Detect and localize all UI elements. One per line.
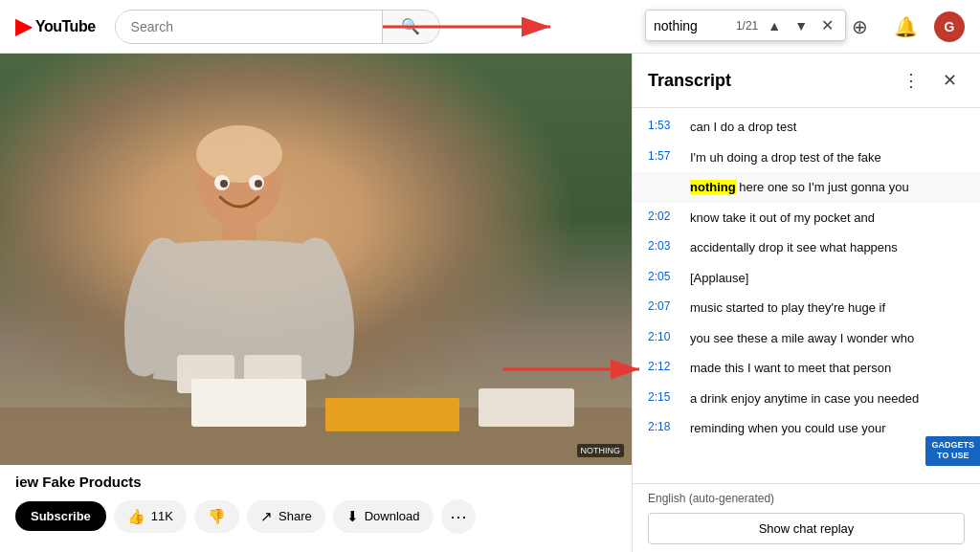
- search-bar: 🔍: [115, 10, 440, 44]
- transcript-text: can I do a drop test: [690, 118, 796, 137]
- transcript-text: music started to play they're huge if: [690, 298, 885, 318]
- transcript-more-button[interactable]: ⋮: [896, 65, 926, 96]
- transcript-item[interactable]: 2:15 a drink enjoy anytime in case you n…: [633, 384, 980, 414]
- find-prev-button[interactable]: ▲: [764, 16, 785, 35]
- gadgets-watermark: GADGETSTO USE: [925, 436, 980, 466]
- svg-rect-12: [191, 379, 306, 427]
- find-bar: 1/21 ▲ ▼ ✕: [645, 10, 846, 41]
- transcript-text: you see these a mile away I wonder who: [690, 329, 914, 348]
- download-button[interactable]: ⬇ Download: [333, 500, 434, 533]
- share-icon: ↗: [260, 508, 273, 525]
- transcript-item[interactable]: 1:57 I'm uh doing a drop test of the fak…: [633, 143, 980, 173]
- youtube-icon: ▶: [15, 14, 32, 39]
- transcript-time: 2:05: [648, 269, 679, 283]
- transcript-text: accidentally drop it see what happens: [690, 238, 898, 257]
- video-info-bar: iew Fake Products Subscribe 👍 11K 👎 ↗ Sh…: [0, 465, 632, 552]
- download-icon: ⬇: [346, 508, 359, 525]
- thumbs-up-icon: 👍: [127, 508, 145, 525]
- transcript-item[interactable]: 2:07 music started to play they're huge …: [633, 293, 980, 323]
- transcript-item[interactable]: 2:12 made this I want to meet that perso…: [633, 353, 980, 384]
- svg-point-3: [196, 125, 282, 183]
- find-next-button[interactable]: ▼: [791, 16, 812, 35]
- transcript-title: Transcript: [648, 71, 731, 91]
- transcript-time: 1:53: [648, 118, 679, 132]
- transcript-time: 2:12: [648, 359, 679, 373]
- share-label: Share: [278, 509, 312, 523]
- notifications-button[interactable]: 🔔: [888, 10, 923, 44]
- find-close-button[interactable]: ✕: [817, 14, 837, 36]
- transcript-item-highlighted[interactable]: nothing here one so I'm just gonna you: [633, 172, 980, 203]
- like-count: 11K: [151, 509, 173, 523]
- avatar[interactable]: G: [934, 11, 965, 42]
- transcript-item[interactable]: 2:02 know take it out of my pocket and: [633, 203, 980, 233]
- svg-point-9: [220, 180, 228, 188]
- transcript-footer: English (auto-generated) Show chat repla…: [633, 483, 980, 552]
- transcript-item[interactable]: 2:03 accidentally drop it see what happe…: [633, 232, 980, 263]
- transcript-time: 2:07: [648, 298, 679, 313]
- youtube-logo-text: YouTube: [35, 18, 96, 35]
- transcript-header-icons: ⋮ ✕: [896, 65, 965, 96]
- find-count: 1/21: [736, 19, 758, 33]
- transcript-text: know take it out of my pocket and: [690, 209, 875, 228]
- show-chat-replay-button[interactable]: Show chat replay: [648, 513, 965, 544]
- thumbs-down-icon: 👎: [208, 508, 226, 525]
- youtube-logo: ▶ YouTube: [15, 14, 96, 39]
- like-button[interactable]: 👍 11K: [114, 500, 187, 533]
- subscribe-button[interactable]: Subscribe: [15, 501, 106, 531]
- dislike-button[interactable]: 👎: [194, 500, 239, 533]
- search-input[interactable]: [116, 10, 382, 44]
- header: ▶ YouTube 🔍 1/21 ▲ ▼ ✕ ⊕ 🔔 G: [0, 0, 980, 54]
- find-input[interactable]: [654, 18, 730, 33]
- svg-rect-14: [479, 388, 574, 427]
- highlight-word: nothing: [690, 180, 736, 194]
- transcript-close-button[interactable]: ✕: [934, 65, 965, 96]
- download-label: Download: [365, 509, 420, 523]
- transcript-item[interactable]: 2:05 [Applause]: [633, 263, 980, 294]
- header-right: ⊕ 🔔 G: [842, 10, 965, 44]
- transcript-time: 2:03: [648, 238, 679, 253]
- transcript-item[interactable]: 1:53 can I do a drop test: [633, 112, 980, 143]
- video-section: NOTHING iew Fake Products Subscribe 👍 11…: [0, 54, 632, 552]
- transcript-panel: Transcript ⋮ ✕ 1:53 can I do a drop test…: [632, 54, 980, 552]
- transcript-time: 2:10: [648, 329, 679, 343]
- video-watermark: NOTHING: [577, 444, 625, 457]
- transcript-header: Transcript ⋮ ✕: [633, 54, 980, 108]
- transcript-text: I'm uh doing a drop test of the fake: [690, 148, 881, 167]
- video-player[interactable]: NOTHING: [0, 54, 632, 465]
- transcript-text: [Applause]: [690, 269, 748, 288]
- more-options-button[interactable]: ⋯: [441, 499, 476, 534]
- transcript-language: English (auto-generated): [648, 492, 774, 505]
- main-content: NOTHING iew Fake Products Subscribe 👍 11…: [0, 54, 980, 552]
- transcript-time: 1:57: [648, 148, 679, 163]
- video-actions: Subscribe 👍 11K 👎 ↗ Share ⬇ Download ⋯: [15, 499, 616, 534]
- transcript-text: a drink enjoy anytime in case you needed: [690, 389, 919, 408]
- transcript-time: 2:02: [648, 209, 679, 223]
- transcript-time: [648, 178, 679, 179]
- svg-rect-13: [325, 398, 459, 431]
- transcript-text: nothing here one so I'm just gonna you: [690, 178, 909, 197]
- transcript-text: reminding when you could use your: [690, 419, 886, 438]
- transcript-time: 2:15: [648, 389, 679, 404]
- transcript-text: made this I want to meet that person: [690, 359, 891, 378]
- search-button[interactable]: 🔍: [382, 10, 439, 44]
- transcript-time: 2:18: [648, 419, 679, 433]
- video-title: iew Fake Products: [15, 473, 616, 492]
- svg-point-10: [255, 180, 262, 188]
- share-button[interactable]: ↗ Share: [247, 500, 325, 533]
- transcript-item[interactable]: 2:10 you see these a mile away I wonder …: [633, 323, 980, 354]
- transcript-scroll[interactable]: 1:53 can I do a drop test 1:57 I'm uh do…: [633, 108, 980, 483]
- create-button[interactable]: ⊕: [842, 10, 877, 44]
